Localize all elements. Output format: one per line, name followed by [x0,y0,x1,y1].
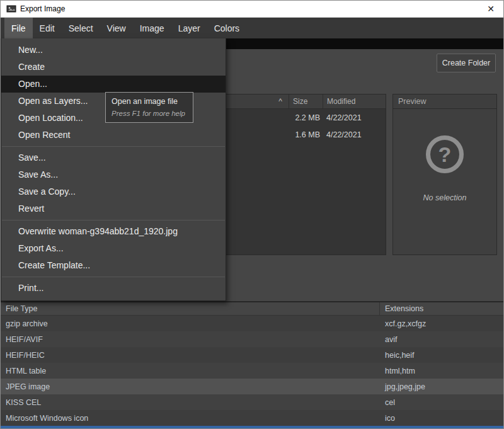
menu-item-new[interactable]: New... [1,42,226,59]
menu-item-open-recent[interactable]: Open Recent [1,127,226,144]
column-header-size[interactable]: Size [289,94,323,108]
menu-image[interactable]: Image [133,18,171,38]
create-folder-button[interactable]: Create Folder [437,54,496,72]
question-mark-icon: ? [426,135,464,173]
menu-item-save-as[interactable]: Save As... [1,166,226,183]
menu-separator [2,146,225,147]
menu-select[interactable]: Select [62,18,100,38]
menu-item-create-template[interactable]: Create Template... [1,257,226,274]
sort-ascending-icon: ^ [278,97,282,106]
menu-item-save-a-copy[interactable]: Save a Copy... [1,183,226,200]
extensions-column-header: Extensions [380,304,503,313]
export-image-window: Export Image ✕ File Edit Select View Ima… [0,0,504,429]
menu-item-export-as[interactable]: Export As... [1,240,226,257]
no-selection-text: No selection [393,193,496,202]
menu-item-open[interactable]: Open... [1,76,226,93]
file-type-row[interactable]: KISS CEL cel [1,394,503,410]
file-type-list: File Type Extensions gzip archive xcf.gz… [1,301,503,428]
menu-item-print[interactable]: Print... [1,280,226,297]
menu-item-overwrite[interactable]: Overwrite woman-g394abb21d_1920.jpg [1,223,226,240]
tooltip: Open an image file Press F1 for more hel… [105,92,193,123]
tooltip-title: Open an image file [112,97,187,106]
close-icon[interactable]: ✕ [484,4,498,14]
app-icon [6,4,16,14]
file-type-header: File Type Extensions [1,302,503,316]
menu-edit[interactable]: Edit [33,18,62,38]
menu-view[interactable]: View [100,18,133,38]
file-size: 1.6 MB [289,130,323,139]
menu-item-save[interactable]: Save... [1,149,226,166]
column-header-modified[interactable]: Modified [323,94,386,108]
file-modified: 4/22/2021 [323,130,386,139]
file-type-row[interactable]: gzip archive xcf.gz,xcfgz [1,316,503,331]
file-menu-dropdown: New... Create Open... Open as Layers... … [1,38,226,301]
menu-item-revert[interactable]: Revert [1,200,226,217]
file-type-row[interactable]: HTML table html,htm [1,363,503,379]
file-type-row[interactable]: HEIF/HEIC heic,heif [1,347,503,363]
window-title: Export Image [20,4,65,13]
preview-panel: Preview ? No selection [392,94,497,255]
menu-colors[interactable]: Colors [207,18,246,38]
file-type-row-selected[interactable]: MNG animation mng [1,426,503,428]
menu-separator [2,277,225,277]
menu-file[interactable]: File [4,18,33,38]
menu-separator [2,220,225,220]
file-type-row-jpeg[interactable]: JPEG image jpg,jpeg,jpe [1,379,503,394]
menu-item-create[interactable]: Create [1,59,226,76]
menu-layer[interactable]: Layer [171,18,207,38]
file-type-row[interactable]: HEIF/AVIF avif [1,331,503,347]
file-size: 2.2 MB [289,113,323,122]
title-bar: Export Image ✕ [1,1,503,18]
file-type-row[interactable]: Microsoft Windows icon ico [1,410,503,426]
menu-bar: File Edit Select View Image Layer Colors [1,18,503,38]
preview-header: Preview [393,94,496,109]
tooltip-hint: Press F1 for more help [112,110,187,117]
file-modified: 4/22/2021 [323,113,386,122]
file-type-column-header: File Type [1,302,380,315]
